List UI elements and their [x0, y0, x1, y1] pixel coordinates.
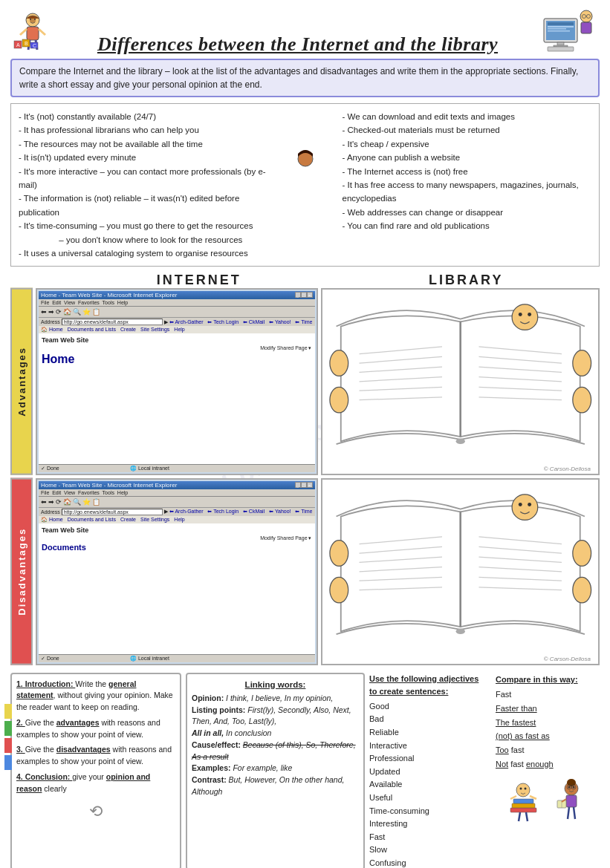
svg-point-44 — [512, 304, 538, 330]
svg-rect-27 — [554, 45, 568, 47]
svg-point-75 — [516, 783, 530, 797]
list-item: - It's cheap / expensive — [343, 137, 592, 151]
list-item: - It has professional librarians who can… — [19, 123, 268, 137]
header-left-icons: A B C — [10, 11, 55, 56]
library-advantages-panel: © Carson-Dellosa — [321, 288, 600, 475]
svg-line-81 — [526, 812, 528, 821]
svg-rect-89 — [566, 795, 577, 807]
svg-rect-4 — [27, 27, 39, 40]
list-item: - You can find rare and old publications — [343, 219, 592, 232]
child-icon: A B C — [10, 11, 55, 56]
svg-point-76 — [520, 788, 522, 790]
step-4-num: 4. Conclusion: — [16, 772, 72, 781]
bottom-figures — [496, 778, 600, 826]
main-title: Differences between the Internet and the… — [55, 33, 540, 56]
list-item: - It uses a universal cataloging system … — [19, 247, 268, 260]
list-center-figure — [276, 110, 335, 260]
adj-list: Good Bad Reliable Interactive Profession… — [369, 700, 488, 868]
instruction-text: Compare the Internet and the library – l… — [19, 66, 578, 90]
book-open-2-icon — [322, 480, 599, 664]
compare-item: The fastest — [496, 716, 600, 730]
svg-point-65 — [512, 495, 538, 521]
svg-rect-26 — [557, 42, 564, 45]
adj-item: Reliable — [369, 726, 488, 740]
linking-title: Linking words: — [192, 679, 359, 691]
content-area: Advantages Disadvantages Home - Team Web… — [10, 288, 600, 665]
tab-red — [4, 738, 12, 753]
svg-rect-19 — [581, 22, 591, 33]
essay-step-1: 1. Introduction: Write the general state… — [16, 679, 175, 714]
essay-step-2: 2. Give the advantages with reasons and … — [16, 717, 175, 741]
adj-item: Bad — [369, 713, 488, 726]
svg-point-48 — [329, 388, 348, 414]
svg-point-70 — [572, 541, 591, 567]
svg-line-93 — [568, 807, 569, 819]
adj-item: Interactive — [369, 740, 488, 753]
list-item: – you don't know where to look for the r… — [19, 233, 268, 247]
adj-item: Interesting — [369, 818, 488, 831]
svg-point-47 — [329, 350, 348, 376]
svg-point-64 — [455, 629, 464, 634]
essay-box: 1. Introduction: Write the general state… — [10, 673, 181, 868]
adjectives-title: Use the following adjectivesto create se… — [369, 673, 488, 699]
linking-allinall: All in all, In conclusion — [192, 728, 359, 740]
adjectives-box: Use the following adjectivesto create se… — [369, 673, 488, 868]
svg-point-77 — [525, 788, 527, 790]
ie-content-2: Team Web Site Modify Shared Page ▾ Docum… — [39, 523, 315, 555]
svg-point-69 — [329, 577, 348, 603]
adj-item: Useful — [369, 792, 488, 805]
svg-point-2 — [30, 19, 31, 20]
advantages-label: Advantages — [10, 288, 33, 475]
compare-item: Fast — [496, 688, 600, 702]
list-item: - We can download and edit texts and ima… — [343, 110, 592, 123]
svg-point-71 — [572, 577, 591, 603]
svg-point-43 — [455, 439, 464, 444]
svg-point-50 — [572, 388, 591, 414]
copyright-advantages: © Carson-Dellosa — [544, 466, 595, 472]
student-stack-icon — [503, 778, 544, 826]
library-disadvantages-panel: © Carson-Dellosa — [321, 478, 600, 665]
linking-cause: Cause/effect: Because (of this), So, The… — [192, 740, 359, 763]
adj-compare-column: Use the following adjectivesto create se… — [369, 673, 600, 868]
svg-rect-22 — [548, 22, 574, 25]
adj-item: Slow — [369, 843, 488, 857]
compare-item: Too fast — [496, 743, 600, 757]
list-item: - It's (not) constantly available (24/7) — [19, 110, 268, 123]
bottom-section: 1. Introduction: Write the general state… — [10, 673, 600, 868]
student-reading-icon — [551, 778, 592, 826]
ie-toolbar: ⬅ ➡ ⟳ 🏠 🔍 ⭐ 📋 — [39, 307, 315, 318]
list-item: - Anyone can publish a website — [343, 151, 592, 164]
linking-box: Linking words: Opinion: I think, I belie… — [186, 673, 365, 868]
svg-rect-72 — [510, 808, 536, 812]
step-2-num: 2. — [16, 718, 25, 727]
disadvantages-label: Disadvantages — [10, 478, 33, 665]
svg-line-94 — [574, 807, 575, 819]
list-item: - The Internet access is (not) free — [343, 165, 592, 178]
list-item: - Web addresses can change or disappear — [343, 206, 592, 219]
ie-addressbar-2: Address http://go.enews/default.aspx ▶ ⬅… — [39, 508, 315, 516]
instruction-box: Compare the Internet and the library – l… — [10, 59, 600, 97]
disadvantages-row: Home - Team Web Site - Microsoft Interne… — [36, 478, 600, 665]
compare-item: Faster than — [496, 702, 600, 716]
adj-item: Updated — [369, 766, 488, 779]
step-3-num: 3. — [16, 745, 25, 754]
essay-tabs — [4, 704, 12, 770]
adj-item: Good — [369, 700, 488, 714]
linking-opinion: Opinion: I think, I believe, In my opini… — [192, 693, 359, 705]
tab-green — [4, 721, 12, 736]
tab-blue — [4, 755, 12, 770]
computer-icon — [540, 7, 600, 56]
list-right: - We can download and edit texts and ima… — [343, 110, 592, 260]
reading-person-icon — [279, 148, 331, 222]
ie-statusbar-2: ✓ Done 🌐 Local intranet — [39, 654, 315, 662]
ie-titlebar-2: Home - Team Web Site - Microsoft Interne… — [39, 481, 315, 489]
compare-item: Not fast enough — [496, 757, 600, 771]
svg-point-68 — [329, 541, 348, 567]
adj-item: Time-consuming — [369, 805, 488, 818]
ie-content: Team Web Site Modify Shared Page ▾ Home — [39, 333, 315, 371]
svg-point-84 — [568, 786, 571, 789]
internet-disadvantages-panel: Home - Team Web Site - Microsoft Interne… — [36, 478, 318, 665]
svg-text:B: B — [25, 41, 28, 46]
essay-step-4: 4. Conclusion: give your opinion and rea… — [16, 771, 175, 795]
ie-statusbar: ✓ Done 🌐 Local intranet — [39, 464, 315, 472]
